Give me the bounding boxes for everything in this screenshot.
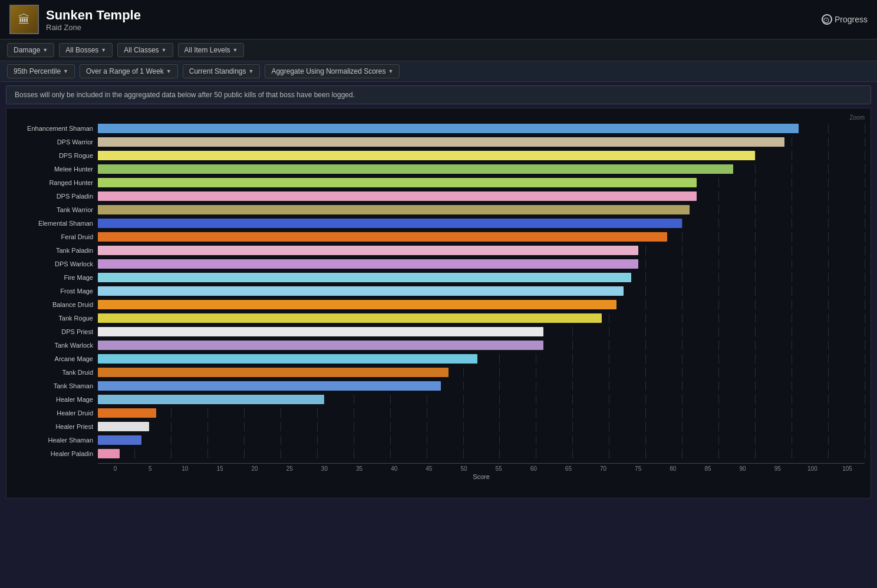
x-axis-tick: 10 <box>167 464 202 472</box>
bar-label: Healer Mage <box>12 396 98 403</box>
standings-button[interactable]: Current Standings ▼ <box>183 64 261 78</box>
all-bosses-button[interactable]: All Bosses ▼ <box>59 43 113 57</box>
bar-area <box>98 435 865 445</box>
bosses-arrow: ▼ <box>101 47 106 53</box>
bar-area <box>98 273 865 282</box>
chart-row: DPS Paladin <box>12 190 865 203</box>
bar-label: DPS Warlock <box>12 260 98 267</box>
x-axis-tick: 60 <box>516 464 551 472</box>
globe-icon: ⊙ <box>822 14 832 25</box>
notice-text: Bosses will only be included in the aggr… <box>15 91 355 99</box>
range-button[interactable]: Over a Range of 1 Week ▼ <box>80 64 178 78</box>
all-classes-button[interactable]: All Classes ▼ <box>117 43 173 57</box>
bar-area <box>98 422 865 431</box>
bar-area <box>98 381 865 391</box>
chart-row: DPS Priest <box>12 325 865 338</box>
chart-row: Healer Shaman <box>12 434 865 447</box>
chart-row: Tank Rogue <box>12 312 865 325</box>
chart-row: Fire Mage <box>12 271 865 284</box>
bar <box>98 408 156 418</box>
bar-area <box>98 395 865 404</box>
bar-area <box>98 164 865 174</box>
bar-area <box>98 368 865 377</box>
chart-row: Tank Shaman <box>12 379 865 392</box>
all-bosses-label: All Bosses <box>65 46 98 54</box>
bar <box>98 246 638 255</box>
x-axis: 0510152025303540455055606570758085909510… <box>98 463 865 472</box>
bar-label: Tank Rogue <box>12 315 98 322</box>
bar-label: Elemental Shaman <box>12 220 98 227</box>
bar <box>98 191 697 201</box>
chart-row: Healer Paladin <box>12 447 865 460</box>
app-container: 🏛 Sunken Temple Raid Zone ⊙ Progress Dam… <box>0 0 877 498</box>
aggregate-label: Aggregate Using Normalized Scores <box>271 67 385 75</box>
bar <box>98 178 697 187</box>
bar <box>98 395 324 404</box>
aggregate-button[interactable]: Aggregate Using Normalized Scores ▼ <box>265 64 400 78</box>
all-item-levels-button[interactable]: All Item Levels ▼ <box>178 43 245 57</box>
bar-label: Tank Druid <box>12 369 98 376</box>
damage-label: Damage <box>14 46 40 54</box>
bar <box>98 151 755 160</box>
bar <box>98 273 631 282</box>
bar-label: Healer Druid <box>12 409 98 417</box>
bar-label: Tank Shaman <box>12 382 98 389</box>
bar-label: Enhancement Shaman <box>12 125 98 132</box>
chart-row: Healer Druid <box>12 407 865 419</box>
damage-button[interactable]: Damage ▼ <box>7 43 54 57</box>
x-axis-tick: 20 <box>238 464 272 472</box>
chart-row: Frost Mage <box>12 285 865 298</box>
zone-icon: 🏛 <box>9 5 39 34</box>
x-axis-tick: 45 <box>411 464 446 472</box>
bar-label: Melee Hunter <box>12 166 98 173</box>
bar <box>98 300 616 309</box>
bar <box>98 219 682 228</box>
x-axis-tick: 70 <box>586 464 621 472</box>
range-label: Over a Range of 1 Week <box>86 67 164 75</box>
bar-label: DPS Priest <box>12 328 98 335</box>
bar-label: DPS Warrior <box>12 138 98 146</box>
bar <box>98 205 690 214</box>
x-axis-tick: 5 <box>133 464 167 472</box>
all-item-levels-label: All Item Levels <box>184 46 230 54</box>
percentile-label: 95th Percentile <box>14 67 61 75</box>
x-axis-label: Score <box>98 473 865 480</box>
x-axis-tick: 105 <box>830 464 865 472</box>
x-axis-tick: 75 <box>621 464 655 472</box>
bar-area <box>98 408 865 418</box>
percentile-arrow: ▼ <box>63 68 68 74</box>
bar <box>98 137 784 147</box>
bar-area <box>98 246 865 255</box>
chart-row: Elemental Shaman <box>12 217 865 230</box>
x-axis-tick: 95 <box>760 464 795 472</box>
standings-label: Current Standings <box>189 67 246 75</box>
header: 🏛 Sunken Temple Raid Zone ⊙ Progress <box>0 0 877 39</box>
x-axis-tick: 0 <box>98 464 133 472</box>
x-axis-tick: 100 <box>795 464 830 472</box>
chart-container: Zoom Enhancement ShamanDPS WarriorDPS Ro… <box>6 108 871 498</box>
chart-row: Melee Hunter <box>12 163 865 176</box>
bar-area <box>98 219 865 228</box>
classes-arrow: ▼ <box>161 47 167 53</box>
percentile-button[interactable]: 95th Percentile ▼ <box>7 64 75 78</box>
bar-area <box>98 178 865 187</box>
progress-link[interactable]: ⊙ Progress <box>822 14 868 25</box>
chart-row: Tank Warlock <box>12 339 865 352</box>
aggregate-arrow: ▼ <box>388 68 394 74</box>
bar-area <box>98 232 865 242</box>
bar <box>98 124 799 133</box>
standings-arrow: ▼ <box>249 68 254 74</box>
chart-row: Tank Druid <box>12 366 865 379</box>
item-levels-arrow: ▼ <box>233 47 238 53</box>
bar <box>98 435 141 445</box>
bar <box>98 164 733 174</box>
x-axis-tick: 90 <box>726 464 760 472</box>
bar-area <box>98 300 865 309</box>
header-left: 🏛 Sunken Temple Raid Zone <box>9 5 141 34</box>
sub-toolbar: 95th Percentile ▼ Over a Range of 1 Week… <box>0 61 877 82</box>
bar <box>98 381 441 391</box>
bar <box>98 341 543 350</box>
bar <box>98 259 638 269</box>
chart-inner: Enhancement ShamanDPS WarriorDPS RogueMe… <box>12 122 865 461</box>
x-axis-tick: 35 <box>342 464 377 472</box>
